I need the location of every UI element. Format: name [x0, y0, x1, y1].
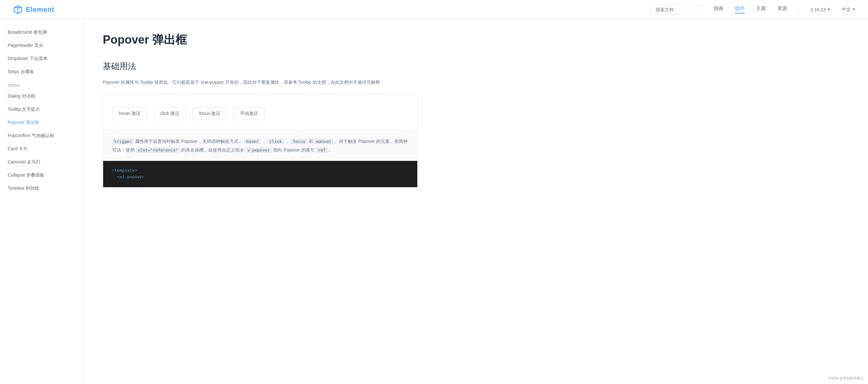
header: Element 指南 组件 主题 资源 2.15.13 中文 — [0, 0, 868, 19]
desc-text-6: 的具名插槽，或使用自定义指令 — [181, 148, 245, 153]
code-hover: hover — [244, 139, 260, 144]
sidebar-item-timeline[interactable]: Timeline 时间线 — [0, 182, 83, 195]
sidebar-item-dropdown[interactable]: Dropdown 下拉菜单 — [0, 52, 83, 65]
section-basic-title: 基础用法 — [103, 61, 417, 72]
sidebar-item-popover[interactable]: Popover 弹出框 — [0, 116, 83, 129]
code-pre: <template> <el-popover — [112, 168, 408, 181]
layout: Breadcrumb 面包屑 PageHeader 页头 Dropdown 下拉… — [0, 19, 868, 384]
description-text: Popover 的属性与 Tooltip 很类似，它们都是基于 Vue-popp… — [103, 78, 417, 86]
desc-text-3: ， — [285, 139, 290, 144]
desc-text-2: ， — [262, 139, 266, 144]
sidebar-item-breadcrumb[interactable]: Breadcrumb 面包屑 — [0, 26, 83, 39]
desc-text-8: 。 — [329, 148, 333, 153]
language-chevron-down-icon — [852, 9, 855, 10]
nav-theme[interactable]: 主题 — [756, 5, 766, 13]
header-nav: 指南 组件 主题 资源 2.15.13 中文 — [651, 5, 855, 14]
language-selector[interactable]: 中文 — [842, 7, 855, 12]
code-block: <template> <el-popover — [103, 161, 417, 188]
sidebar-item-pageheader[interactable]: PageHeader 页头 — [0, 39, 83, 52]
sidebar-item-steps[interactable]: Steps 步骤条 — [0, 65, 83, 78]
nav-divider — [799, 6, 799, 13]
nav-guide[interactable]: 指南 — [714, 5, 723, 13]
code-click: click — [268, 139, 284, 144]
sidebar-item-card[interactable]: Card 卡片 — [0, 142, 83, 155]
logo-area: Element — [13, 4, 54, 15]
sidebar-item-dialog[interactable]: Dialog 对话框 — [0, 90, 83, 103]
click-button[interactable]: click 激活 — [154, 107, 186, 120]
logo-text: Element — [26, 5, 54, 14]
hover-button[interactable]: hover 激活 — [112, 107, 147, 120]
code-slot-reference: slot="reference" — [136, 148, 180, 153]
sidebar-item-collapse[interactable]: Collapse 折叠面板 — [0, 168, 83, 182]
manual-button[interactable]: 手动激活 — [233, 107, 265, 120]
element-logo-icon — [13, 4, 23, 15]
code-line-template: <template> — [112, 168, 137, 173]
page-title: Popover 弹出框 — [103, 32, 417, 48]
sidebar-section-others: Others — [0, 78, 83, 90]
sidebar: Breadcrumb 面包屑 PageHeader 页头 Dropdown 下拉… — [0, 19, 84, 384]
desc-text-4: 和 — [309, 139, 314, 144]
code-focus: focus — [291, 139, 307, 144]
code-v-popover: v-popover — [245, 148, 272, 153]
version-chevron-down-icon — [828, 9, 830, 10]
desc-text-1: 属性用于设置何时触发 Popover，支持四种触发方式： — [135, 139, 243, 144]
desc-text-7: 指向 Popover 的索引 — [273, 148, 316, 153]
code-description-area: trigger 属性用于设置何时触发 Popover，支持四种触发方式： hov… — [103, 130, 417, 161]
sidebar-item-tooltip[interactable]: Tooltip 文字提示 — [0, 103, 83, 116]
code-line-el-popover: <el-popover — [112, 175, 145, 180]
focus-button[interactable]: focus 激活 — [192, 107, 227, 120]
code-trigger: trigger — [112, 139, 134, 144]
watermark: CSDN @早起的年轻人 — [829, 376, 864, 381]
demo-box: hover 激活 click 激活 focus 激活 手动激活 trigger … — [103, 94, 417, 188]
language-label: 中文 — [842, 7, 851, 12]
main-content: Popover 弹出框 基础用法 Popover 的属性与 Tooltip 很类… — [84, 19, 437, 384]
version-label: 2.15.13 — [810, 7, 826, 12]
sidebar-item-carousel[interactable]: Carousel 走马灯 — [0, 155, 83, 168]
code-manual: manual — [314, 139, 333, 144]
nav-resource[interactable]: 资源 — [777, 5, 787, 13]
nav-component[interactable]: 组件 — [735, 5, 745, 13]
code-ref: ref — [316, 148, 327, 153]
search-input[interactable] — [651, 5, 702, 14]
demo-buttons-area: hover 激活 click 激活 focus 激活 手动激活 — [103, 94, 417, 130]
sidebar-item-popconfirm[interactable]: Popconfirm 气泡确认框 — [0, 129, 83, 142]
version-selector[interactable]: 2.15.13 — [810, 7, 830, 12]
